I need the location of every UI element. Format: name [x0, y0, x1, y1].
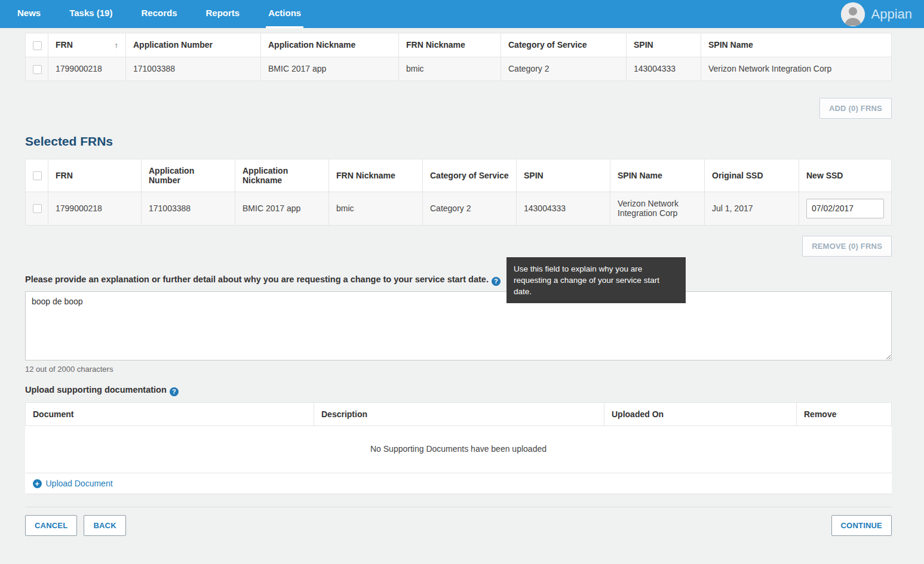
column-header-category-of-service[interactable]: Category of Service — [501, 33, 627, 57]
avatar[interactable] — [841, 2, 865, 26]
select-all-checkbox[interactable] — [33, 171, 42, 180]
column-header-original-ssd: Original SSD — [705, 159, 799, 192]
footer-actions: CANCEL BACK CONTINUE — [25, 515, 892, 536]
appian-logo: Appian — [871, 7, 912, 22]
continue-button[interactable]: CONTINUE — [831, 515, 892, 536]
upload-document-link[interactable]: + Upload Document — [33, 479, 113, 488]
upload-section: Upload supporting documentation? Documen… — [25, 385, 892, 495]
cell-application-number: 171003388 — [126, 57, 261, 81]
column-header-frn-label: FRN — [56, 40, 73, 50]
user-silhouette-icon — [841, 2, 865, 26]
new-ssd-input[interactable] — [806, 199, 884, 218]
cell-application-number: 171003388 — [142, 192, 235, 225]
nav-items: News Tasks (19) Records Reports Actions — [15, 0, 303, 28]
column-header-application-nickname: Application Nickname — [235, 159, 329, 192]
cell-application-nickname: BMIC 2017 app — [261, 57, 399, 81]
column-header-frn-nickname[interactable]: FRN Nickname — [399, 33, 501, 57]
plus-icon: + — [33, 479, 42, 488]
cell-frn: 1799000218 — [48, 192, 142, 225]
remove-frns-button[interactable]: REMOVE (0) FRNS — [802, 236, 892, 257]
selected-frns-header-row: FRN Application Number Application Nickn… — [26, 159, 892, 192]
upload-label: Upload supporting documentation — [25, 385, 167, 395]
cell-original-ssd: Jul 1, 2017 — [705, 192, 799, 225]
upload-link-row: + Upload Document — [26, 473, 892, 494]
column-header-new-ssd: New SSD — [799, 159, 892, 192]
select-all-cell — [26, 159, 48, 192]
upload-documents-table: Document Description Uploaded On Remove … — [25, 402, 892, 495]
nav-right: Appian — [841, 0, 912, 28]
selected-frns-table: FRN Application Number Application Nickn… — [25, 159, 892, 226]
column-header-spin-name: SPIN Name — [610, 159, 705, 192]
cell-application-nickname: BMIC 2017 app — [235, 192, 329, 225]
cell-frn-nickname: bmic — [329, 192, 423, 225]
upload-document-link-label: Upload Document — [46, 479, 113, 488]
column-header-frn[interactable]: FRN ↑ — [48, 33, 126, 57]
character-count: 12 out of 2000 characters — [25, 365, 892, 374]
help-icon[interactable]: ? — [492, 277, 501, 286]
available-frn-row: 1799000218 171003388 BMIC 2017 app bmic … — [26, 57, 892, 81]
nav-item-reports[interactable]: Reports — [203, 0, 242, 28]
column-header-spin-name[interactable]: SPIN Name — [701, 33, 892, 57]
nav-item-actions[interactable]: Actions — [266, 0, 303, 28]
column-header-document: Document — [26, 402, 314, 426]
cell-new-ssd — [799, 192, 892, 225]
sort-ascending-icon[interactable]: ↑ — [115, 41, 119, 50]
column-header-application-nickname[interactable]: Application Nickname — [261, 33, 399, 57]
selected-frn-row: 1799000218 171003388 BMIC 2017 app bmic … — [26, 192, 892, 225]
row-checkbox[interactable] — [33, 65, 42, 74]
nav-item-records[interactable]: Records — [139, 0, 179, 28]
empty-state-row: No Supporting Documents have been upload… — [26, 426, 892, 473]
upload-table-header-row: Document Description Uploaded On Remove — [26, 402, 892, 426]
cell-category-of-service: Category 2 — [501, 57, 627, 81]
help-icon[interactable]: ? — [170, 387, 179, 396]
cell-spin: 143004333 — [517, 192, 610, 225]
column-header-category-of-service: Category of Service — [423, 159, 517, 192]
column-header-application-number[interactable]: Application Number — [126, 33, 261, 57]
cell-category-of-service: Category 2 — [423, 192, 517, 225]
column-header-remove: Remove — [797, 402, 892, 426]
cell-spin-name: Verizon Network Integration Corp — [610, 192, 705, 225]
top-nav: News Tasks (19) Records Reports Actions … — [0, 0, 924, 28]
cancel-button[interactable]: CANCEL — [25, 515, 77, 536]
cell-frn: 1799000218 — [48, 57, 126, 81]
column-header-spin[interactable]: SPIN — [627, 33, 701, 57]
explanation-label: Please provide an explanation or further… — [25, 275, 489, 284]
available-frns-table: FRN ↑ Application Number Application Nic… — [25, 33, 892, 81]
column-header-frn-nickname: FRN Nickname — [329, 159, 423, 192]
column-header-uploaded-on: Uploaded On — [604, 402, 797, 426]
row-checkbox[interactable] — [33, 204, 42, 213]
cell-spin-name: Verizon Network Integration Corp — [701, 57, 892, 81]
row-checkbox-cell — [26, 57, 48, 81]
column-header-frn: FRN — [48, 159, 142, 192]
column-header-spin: SPIN — [517, 159, 610, 192]
selected-frns-heading: Selected FRNs — [25, 134, 892, 149]
cell-frn-nickname: bmic — [399, 57, 501, 81]
tooltip: Use this field to explain why you are re… — [506, 257, 686, 303]
explanation-section: Use this field to explain why you are re… — [25, 275, 892, 374]
main-content: FRN ↑ Application Number Application Nic… — [0, 28, 924, 536]
column-header-application-number: Application Number — [142, 159, 235, 192]
available-frns-header-row: FRN ↑ Application Number Application Nic… — [26, 33, 892, 57]
footer-divider — [25, 507, 892, 507]
upload-link-cell: + Upload Document — [26, 473, 892, 494]
add-frns-button[interactable]: ADD (0) FRNS — [819, 98, 892, 119]
nav-item-tasks[interactable]: Tasks (19) — [67, 0, 115, 28]
empty-state-message: No Supporting Documents have been upload… — [26, 426, 892, 473]
back-button[interactable]: BACK — [84, 515, 125, 536]
row-checkbox-cell — [26, 192, 48, 225]
select-all-cell — [26, 33, 48, 57]
column-header-description: Description — [314, 402, 604, 426]
explanation-textarea[interactable]: boop de boop — [25, 291, 892, 360]
select-all-checkbox[interactable] — [33, 41, 42, 50]
cell-spin: 143004333 — [627, 57, 701, 81]
nav-item-news[interactable]: News — [15, 0, 43, 28]
